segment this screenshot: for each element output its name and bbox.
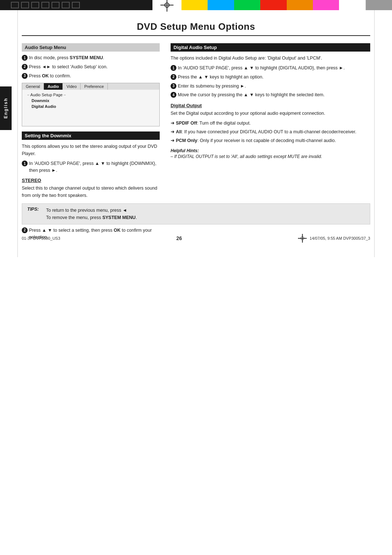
page-title: DVD Setup Menu Options (22, 21, 370, 32)
color-pink (313, 0, 339, 10)
color-blue (208, 0, 234, 10)
crosshair-circle (164, 3, 170, 8)
helpful-hints: Helpful Hints: – If DIGITAL OUTPUT is se… (171, 148, 370, 159)
stereo-label: STEREO (22, 178, 160, 183)
audio-step1: 1 In disc mode, press SYSTEM MENU. (22, 54, 160, 61)
digital-step1-text: In 'AUDIO SETUP PAGE', press ▲ ▼ to high… (178, 65, 370, 72)
color-orange (287, 0, 313, 10)
downmix-step2-circle: 2 (22, 227, 28, 233)
digital-audio-intro: The options included in Digital Audio Se… (171, 54, 370, 62)
menu-row-1: ·· Audio Setup Page ·· (26, 92, 156, 98)
menu-tab-general[interactable]: General (22, 83, 44, 90)
page-number: 26 (176, 235, 182, 241)
stereo-text: Select this to change channel output to … (22, 185, 160, 199)
footer-right: 14/07/05, 9:55 AM DVP3005/37_3 (310, 236, 370, 240)
digital-step3: 3 Enter its submenu by pressing ►. (171, 83, 370, 90)
digital-step1-circle: 1 (171, 65, 176, 71)
downmix-step1-circle: 1 (22, 161, 28, 166)
step2-text: Press ◄► to select 'Audio Setup' icon. (29, 64, 160, 70)
digital-step2: 2 Press the ▲ ▼ keys to highlight an opt… (171, 74, 370, 81)
tips-line1: To return to the previous menu, press ◄ (46, 207, 365, 214)
audio-setup-menu-section: Audio Setup Menu 1 In disc mode, press S… (22, 43, 160, 126)
menu-spacer (26, 109, 156, 124)
border-right (374, 10, 375, 257)
digital-audio-section: Digital Audio Setup The options included… (171, 43, 370, 98)
digital-output-section: Digital Output Set the Digital output ac… (171, 103, 370, 159)
step3-text: Press OK to confirm. (29, 73, 160, 80)
footer-left: 01-37 DVP3500_US3 (22, 236, 60, 240)
digital-output-intro: Set the Digital output according to your… (171, 110, 370, 117)
menu-row-downmix: Downmix (26, 98, 156, 104)
bottom-crosshair-wrapper: 26 (176, 235, 182, 241)
black-square-2 (21, 2, 29, 8)
downmix-header: Setting the Downmix (22, 131, 160, 140)
digital-step4-text: Move the cursor by pressing the ▲ ▼ keys… (178, 92, 370, 98)
tips-label: TIPS: (27, 207, 42, 212)
color-white (339, 0, 366, 10)
menu-row-digitalaudio: Digital Audio (26, 104, 156, 109)
digital-step2-text: Press the ▲ ▼ keys to highlight an optio… (178, 74, 370, 81)
menu-tabs: General Audio Video Preference (22, 83, 159, 90)
menu-tab-preference[interactable]: Preference (81, 83, 108, 90)
color-green (234, 0, 260, 10)
tips-content: To return to the previous menu, press ◄ … (46, 207, 365, 221)
menu-body: ·· Audio Setup Page ·· Downmix Digital A… (22, 90, 159, 126)
menu-tab-video[interactable]: Video (63, 83, 81, 90)
menu-screenshot: General Audio Video Preference ·· Audio … (22, 83, 160, 126)
step1-text: In disc mode, press SYSTEM MENU. (29, 54, 160, 61)
digital-output-label: Digital Output (171, 103, 370, 108)
side-label-text: English (3, 98, 8, 118)
tips-bar: TIPS: To return to the previous menu, pr… (22, 203, 370, 224)
side-label: English (0, 86, 12, 130)
menu-tab-audio[interactable]: Audio (44, 83, 63, 90)
digital-step2-circle: 2 (171, 74, 176, 80)
footer-right-group: 14/07/05, 9:55 AM DVP3005/37_3 (298, 234, 370, 243)
step1-circle: 1 (22, 55, 28, 61)
color-red (260, 0, 286, 10)
top-bar-black (0, 0, 152, 10)
black-square-7 (72, 2, 80, 8)
top-bar-colors (181, 0, 392, 10)
page-body: English DVD Setup Menu Options Audio Set… (0, 10, 392, 257)
spdif-item: ➜ SPDIF Off: Turn off the digital output… (171, 120, 370, 127)
footer-crosshair-icon (298, 234, 307, 243)
downmix-intro: This options allows you to set the stere… (22, 143, 160, 157)
footer: 01-37 DVP3500_US3 26 14/07/05, 9:55 AM D… (22, 234, 370, 243)
top-crosshair (152, 0, 181, 10)
tips-line2: To remove the menu, press SYSTEM MENU. (46, 214, 365, 221)
downmix-step1-text: In 'AUDIO SETUP PAGE', press ▲ ▼ to high… (29, 160, 160, 174)
step3-circle: 3 (22, 73, 28, 79)
all-item: ➜ All: If you have connected your DIGITA… (171, 129, 370, 135)
downmix-step1: 1 In 'AUDIO SETUP PAGE', press ▲ ▼ to hi… (22, 160, 160, 174)
digital-step1: 1 In 'AUDIO SETUP PAGE', press ▲ ▼ to hi… (171, 65, 370, 72)
digital-step3-circle: 3 (171, 83, 176, 89)
top-bar (0, 0, 392, 10)
black-square-6 (62, 2, 70, 8)
audio-step2: 2 Press ◄► to select 'Audio Setup' icon. (22, 64, 160, 70)
audio-step3: 3 Press OK to confirm. (22, 73, 160, 80)
digital-step4-circle: 4 (171, 92, 176, 98)
audio-setup-header: Audio Setup Menu (22, 43, 160, 52)
hints-text: – If DIGITAL OUTPUT is set to 'All', all… (171, 154, 370, 159)
color-yellow (181, 0, 208, 10)
digital-step3-text: Enter its submenu by pressing ►. (178, 83, 370, 90)
hints-label: Helpful Hints: (171, 148, 370, 153)
black-square-5 (52, 2, 60, 8)
color-gray (366, 0, 392, 10)
black-square-1 (11, 2, 19, 8)
digital-audio-header: Digital Audio Setup (171, 43, 370, 52)
black-square-3 (31, 2, 39, 8)
title-rule (22, 35, 370, 36)
black-square-4 (41, 2, 49, 8)
pcm-item: ➜ PCM Only: Only if your receiver is not… (171, 137, 370, 144)
border-left (17, 10, 18, 257)
digital-step4: 4 Move the cursor by pressing the ▲ ▼ ke… (171, 92, 370, 98)
footer-crosshair-circle (301, 236, 304, 240)
step2-circle: 2 (22, 64, 28, 70)
